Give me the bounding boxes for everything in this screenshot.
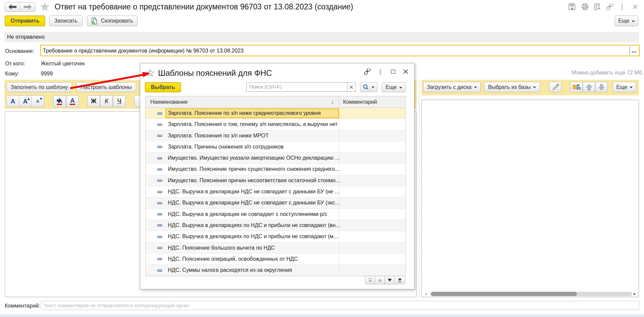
- svg-text:А: А: [70, 97, 75, 104]
